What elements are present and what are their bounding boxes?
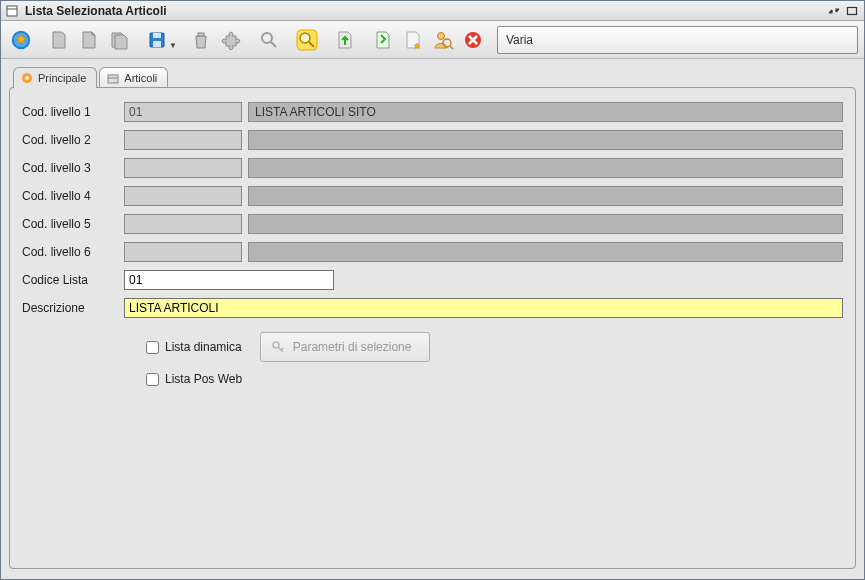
checkbox-lista-pos-web-label: Lista Pos Web <box>165 372 242 386</box>
row-lista-pos-web: Lista Pos Web <box>146 372 843 386</box>
close-button[interactable] <box>459 26 487 54</box>
row-lista-dinamica: Lista dinamica Parametri di selezione <box>146 332 843 362</box>
row-descrizione: Descrizione <box>22 298 843 318</box>
tab-panel-principale: Cod. livello 1 01 LISTA ARTICOLI SITO Co… <box>9 87 856 569</box>
field-desc1: LISTA ARTICOLI SITO <box>248 102 843 122</box>
field-desc6 <box>248 242 843 262</box>
doc-green-button[interactable] <box>369 26 397 54</box>
svg-line-10 <box>271 42 276 47</box>
field-cod4 <box>124 186 242 206</box>
content-area: Principale Articoli Cod. livello 1 01 LI… <box>1 59 864 579</box>
input-descrizione[interactable] <box>124 298 843 318</box>
checkbox-lista-dinamica-input[interactable] <box>146 341 159 354</box>
doc-button-1[interactable] <box>45 26 73 54</box>
doc-button-2[interactable] <box>75 26 103 54</box>
window-title: Lista Selezionata Articoli <box>25 4 820 18</box>
row-cod-livello-2: Cod. livello 2 <box>22 130 843 150</box>
label-cod5: Cod. livello 5 <box>22 217 118 231</box>
svg-point-21 <box>25 76 29 80</box>
window-icon <box>5 4 19 18</box>
tab-articoli-label: Articoli <box>124 72 157 84</box>
field-cod1: 01 <box>124 102 242 122</box>
key-icon <box>271 340 285 354</box>
svg-point-14 <box>437 32 444 39</box>
gear-star-icon <box>20 71 34 85</box>
field-desc2 <box>248 130 843 150</box>
svg-rect-0 <box>7 6 17 16</box>
window-controls <box>826 4 860 18</box>
field-cod2 <box>124 130 242 150</box>
label-descrizione: Descrizione <box>22 301 118 315</box>
svg-line-16 <box>450 46 453 49</box>
label-cod6: Cod. livello 6 <box>22 245 118 259</box>
tab-principale[interactable]: Principale <box>13 67 97 88</box>
field-desc3 <box>248 158 843 178</box>
checkbox-lista-dinamica-label: Lista dinamica <box>165 340 242 354</box>
field-desc5 <box>248 214 843 234</box>
svg-point-12 <box>300 33 310 43</box>
svg-line-26 <box>281 348 283 350</box>
checkbox-lista-dinamica[interactable]: Lista dinamica <box>146 340 242 354</box>
doc-star-button[interactable] <box>399 26 427 54</box>
doc-button-3[interactable] <box>105 26 133 54</box>
mode-display: Varia <box>497 26 858 54</box>
row-codice-lista: Codice Lista <box>22 270 843 290</box>
svg-rect-7 <box>153 41 161 47</box>
box-icon <box>106 71 120 85</box>
tab-articoli[interactable]: Articoli <box>99 67 168 88</box>
mode-label: Varia <box>506 33 533 47</box>
save-button[interactable] <box>143 26 171 54</box>
search-button[interactable] <box>255 26 283 54</box>
row-cod-livello-3: Cod. livello 3 <box>22 158 843 178</box>
restore-icon[interactable] <box>826 4 842 18</box>
row-cod-livello-6: Cod. livello 6 <box>22 242 843 262</box>
find-user-button[interactable] <box>429 26 457 54</box>
title-bar: Lista Selezionata Articoli <box>1 1 864 21</box>
label-cod4: Cod. livello 4 <box>22 189 118 203</box>
svg-point-15 <box>443 39 451 47</box>
parametri-selezione-label: Parametri di selezione <box>293 340 412 354</box>
input-codice-lista[interactable] <box>124 270 334 290</box>
svg-rect-6 <box>153 33 161 38</box>
svg-rect-22 <box>108 75 118 83</box>
tab-principale-label: Principale <box>38 72 86 84</box>
label-cod3: Cod. livello 3 <box>22 161 118 175</box>
field-cod3 <box>124 158 242 178</box>
tab-strip: Principale Articoli <box>9 67 856 88</box>
row-cod-livello-4: Cod. livello 4 <box>22 186 843 206</box>
field-desc4 <box>248 186 843 206</box>
checkbox-lista-pos-web-input[interactable] <box>146 373 159 386</box>
label-codice-lista: Codice Lista <box>22 273 118 287</box>
label-cod2: Cod. livello 2 <box>22 133 118 147</box>
svg-rect-8 <box>198 33 204 36</box>
checkbox-lista-pos-web[interactable]: Lista Pos Web <box>146 372 242 386</box>
field-cod5 <box>124 214 242 234</box>
svg-rect-2 <box>848 7 857 14</box>
field-cod6 <box>124 242 242 262</box>
search-highlight-button[interactable] <box>293 26 321 54</box>
new-star-button[interactable] <box>7 26 35 54</box>
row-cod-livello-5: Cod. livello 5 <box>22 214 843 234</box>
trash-button[interactable] <box>187 26 215 54</box>
row-cod-livello-1: Cod. livello 1 01 LISTA ARTICOLI SITO <box>22 102 843 122</box>
puzzle-button[interactable] <box>217 26 245 54</box>
parametri-selezione-button: Parametri di selezione <box>260 332 431 362</box>
toolbar: ▼ Varia <box>1 21 864 59</box>
window-frame: Lista Selezionata Articoli ▼ <box>0 0 865 580</box>
label-cod1: Cod. livello 1 <box>22 105 118 119</box>
export-button[interactable] <box>331 26 359 54</box>
maximize-icon[interactable] <box>844 4 860 18</box>
svg-point-9 <box>262 33 272 43</box>
